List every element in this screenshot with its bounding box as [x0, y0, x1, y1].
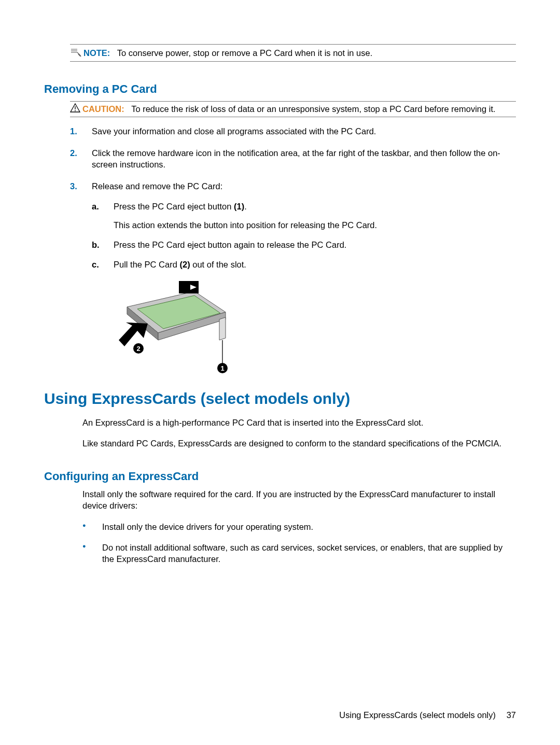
- sub-step-c: c. Pull the PC Card (2) out of the slot.: [92, 259, 516, 270]
- ordered-steps: 1. Save your information and close all p…: [70, 125, 516, 271]
- bullet-item: Do not install additional software, such…: [82, 542, 516, 565]
- svg-point-1: [75, 110, 76, 111]
- note-box: NOTE: To conserve power, stop or remove …: [70, 44, 516, 62]
- sub-step-a: a. Press the PC Card eject button (1). T…: [92, 201, 516, 231]
- bullet-item: Install only the device drivers for your…: [82, 521, 516, 532]
- step-number: 2.: [70, 147, 77, 159]
- sub-alpha: a.: [92, 201, 99, 212]
- pc-card-illustration: 1 2: [117, 281, 231, 374]
- step-number: 1.: [70, 125, 77, 137]
- step-text: Click the remove hardware icon in the no…: [92, 148, 500, 169]
- svg-marker-6: [219, 317, 226, 340]
- caution-box: CAUTION: To reduce the risk of loss of d…: [70, 101, 516, 117]
- sub-step-b: b. Press the PC Card eject button again …: [92, 239, 516, 250]
- heading-configuring-expresscard: Configuring an ExpressCard: [44, 470, 516, 483]
- caution-label: CAUTION:: [82, 104, 124, 114]
- sub-text-pre: Pull the PC Card: [114, 260, 179, 269]
- step-text: Release and remove the PC Card:: [92, 181, 222, 191]
- caution-text: CAUTION: To reduce the risk of loss of d…: [82, 103, 496, 115]
- sub-text: Press the PC Card eject button again to …: [114, 240, 346, 249]
- caution-icon: [70, 103, 80, 115]
- heading-using-expresscards: Using ExpressCards (select models only): [44, 390, 516, 407]
- svg-text:2: 2: [136, 345, 140, 353]
- note-text: NOTE: To conserve power, stop or remove …: [83, 47, 372, 59]
- note-body: To conserve power, stop or remove a PC C…: [117, 48, 373, 58]
- sub-text-post: out of the slot.: [190, 260, 246, 269]
- sub-text-bold: (2): [179, 260, 190, 269]
- note-icon: [70, 47, 81, 57]
- sub-text-post: .: [244, 202, 247, 211]
- bullet-list: Install only the device drivers for your…: [82, 521, 516, 565]
- sub-steps: a. Press the PC Card eject button (1). T…: [92, 201, 516, 271]
- sub-alpha: c.: [92, 259, 99, 270]
- step-text: Save your information and close all prog…: [92, 126, 376, 136]
- page-number: 37: [507, 710, 516, 720]
- svg-marker-12: [119, 322, 148, 346]
- caution-body: To reduce the risk of loss of data or an…: [131, 104, 496, 114]
- sub-text-bold: (1): [234, 202, 244, 211]
- svg-text:1: 1: [220, 364, 224, 372]
- paragraph: Like standard PC Cards, ExpressCards are…: [82, 438, 516, 449]
- step-number: 3.: [70, 180, 77, 192]
- sub-step-note: This action extends the button into posi…: [114, 219, 516, 231]
- paragraph: An ExpressCard is a high-performance PC …: [82, 417, 516, 428]
- page-footer: Using ExpressCards (select models only) …: [339, 710, 516, 720]
- sub-text-pre: Press the PC Card eject button: [114, 202, 234, 211]
- step-1: 1. Save your information and close all p…: [70, 125, 516, 137]
- footer-text: Using ExpressCards (select models only): [339, 710, 496, 720]
- heading-removing-pc-card: Removing a PC Card: [44, 82, 516, 96]
- step-3: 3. Release and remove the PC Card: a. Pr…: [70, 180, 516, 270]
- note-label: NOTE:: [83, 48, 110, 58]
- paragraph: Install only the software required for t…: [82, 488, 516, 512]
- sub-alpha: b.: [92, 239, 100, 250]
- page: NOTE: To conserve power, stop or remove …: [0, 0, 560, 745]
- step-2: 2. Click the remove hardware icon in the…: [70, 147, 516, 171]
